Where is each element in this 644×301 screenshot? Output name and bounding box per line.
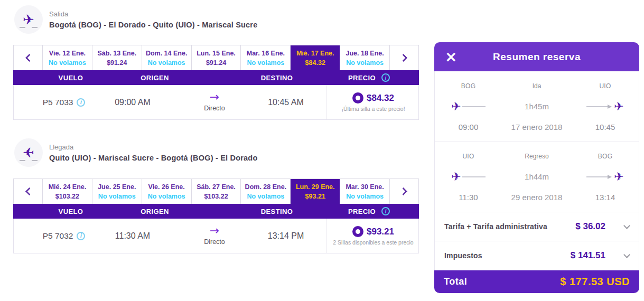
- flight-path: → Directo: [188, 225, 241, 246]
- price-radio-selected[interactable]: [352, 92, 363, 104]
- date-label: Dom. 28 Ene.: [245, 183, 287, 191]
- salida-date-cell-selected[interactable]: Mié. 17 Ene. $84.32: [291, 45, 340, 70]
- llegada-date-cell[interactable]: Mié. 24 Ene. $103.22: [43, 179, 92, 204]
- salida-table-header: VUELO ORIGEN DESTINO PRECIO i: [13, 70, 419, 85]
- departure-time: 11:30 AM: [93, 219, 172, 253]
- date-label: Vie. 26 Ene.: [148, 183, 185, 191]
- precio-info-icon[interactable]: i: [381, 207, 390, 215]
- llegada-date-cell[interactable]: Sáb. 27 Ene. $103.22: [192, 179, 241, 204]
- runway-dashes: [20, 160, 38, 161]
- date-label: Mié. 24 Ene.: [49, 183, 87, 191]
- col-destino: DESTINO: [261, 74, 293, 82]
- dep-time: 11:30: [459, 193, 478, 202]
- chevron-right-icon: [399, 187, 407, 196]
- llegada-section-header: ✈ Llegada Quito (UIO) - Mariscal Sucre -…: [14, 138, 257, 167]
- chevron-down-icon[interactable]: [623, 251, 630, 258]
- date-fare: No volamos: [148, 59, 185, 67]
- llegada-carousel-next-button[interactable]: [389, 179, 418, 204]
- salida-date-cell[interactable]: Sáb. 13 Ene. $91.24: [92, 45, 142, 70]
- plane-landing-icon: ✈: [23, 146, 34, 159]
- flight-info-icon[interactable]: i: [77, 232, 85, 240]
- llegada-label: Llegada: [49, 143, 257, 151]
- summary-title: Resumen reserva: [493, 51, 581, 63]
- total-amount: $ 177.53 USD: [560, 276, 630, 288]
- summary-leg-ida: BOG Ida UIO ✈ 1h45m ✈ 09:00 17 enero 201…: [435, 71, 639, 142]
- price-radio-selected[interactable]: [352, 226, 363, 237]
- flight-info-icon[interactable]: i: [77, 98, 85, 107]
- arrow-right-icon: →: [188, 225, 241, 237]
- llegada-carousel-prev-button[interactable]: [14, 179, 43, 204]
- date-fare: $91.24: [206, 59, 226, 67]
- salida-date-cell[interactable]: Jue. 18 Ene. No volamos: [340, 45, 389, 70]
- fee-row-impuestos[interactable]: Impuestos $ 141.51: [435, 241, 639, 270]
- stops-label: Directo: [188, 238, 241, 246]
- salida-date-cell[interactable]: Vie. 12 Ene. No volamos: [43, 45, 92, 70]
- flight-number-label: P5 7032: [43, 231, 73, 241]
- fee-label: Impuestos: [444, 251, 482, 260]
- flight-path: → Directo: [188, 91, 241, 112]
- total-label: Total: [444, 276, 467, 287]
- col-vuelo: VUELO: [59, 208, 83, 215]
- salida-date-cell[interactable]: Mar. 16 Ene. No volamos: [241, 45, 291, 70]
- route-line: [462, 176, 486, 177]
- llegada-flight-row: P5 7032 i 11:30 AM → Directo 13:14 PM $9…: [13, 219, 419, 253]
- llegada-date-cell[interactable]: Jue. 25 Ene. No volamos: [92, 179, 142, 204]
- runway-dashes: [20, 27, 38, 28]
- date-label: Jue. 25 Ene.: [98, 183, 136, 191]
- flight-duration: 1h45m: [525, 102, 549, 111]
- date-fare: No volamos: [49, 59, 86, 67]
- salida-label: Salida: [49, 10, 257, 18]
- leg-kind-label: Regreso: [525, 153, 548, 160]
- date-fare: No volamos: [247, 59, 284, 67]
- arrival-plane-badge: ✈: [14, 138, 43, 167]
- llegada-date-carousel: Mié. 24 Ene. $103.22 Jue. 25 Ene. No vol…: [13, 178, 419, 204]
- llegada-route: Quito (UIO) - Mariscal Sucre - Bogotá (B…: [49, 154, 257, 162]
- salida-price-option[interactable]: $84.32 ¡Última silla a este precio!: [326, 85, 419, 119]
- precio-info-icon[interactable]: i: [381, 73, 390, 82]
- col-origen: ORIGEN: [141, 208, 169, 215]
- date-fare: $93.21: [305, 193, 325, 200]
- llegada-date-cell[interactable]: Dom. 28 Ene. No volamos: [241, 179, 291, 204]
- plane-icon: ✈: [614, 171, 623, 183]
- plane-icon: ✈: [614, 101, 623, 112]
- llegada-date-cell-selected[interactable]: Lun. 29 Ene. $93.21: [291, 179, 340, 204]
- date-fare: No volamos: [346, 193, 384, 200]
- date-fare: $91.24: [107, 59, 127, 67]
- col-destino: DESTINO: [261, 208, 293, 215]
- leg-kind-label: Ida: [533, 82, 542, 90]
- salida-date-cell[interactable]: Dom. 14 Ene. No volamos: [142, 45, 192, 70]
- dep-time: 09:00: [459, 123, 479, 131]
- date-label: Mié. 17 Ene.: [296, 50, 334, 57]
- price-amount: $93.21: [367, 227, 394, 237]
- close-icon[interactable]: ×: [445, 50, 457, 64]
- col-precio: PRECIO: [348, 74, 376, 82]
- destination-code: UIO: [599, 82, 611, 90]
- llegada-date-cell[interactable]: Mar. 30 Ene. No volamos: [340, 179, 389, 204]
- llegada-date-cell[interactable]: Vie. 26 Ene. No volamos: [142, 179, 192, 204]
- date-fare: $103.22: [204, 193, 228, 200]
- date-fare: $84.32: [305, 59, 325, 67]
- arrow-line-icon: [586, 174, 613, 180]
- date-label: Vie. 12 Ene.: [49, 50, 86, 57]
- salida-carousel-prev-button[interactable]: [14, 45, 43, 70]
- salida-route: Bogotá (BOG) - El Dorado - Quito (UIO) -…: [49, 21, 257, 29]
- fee-row-tarifa[interactable]: Tarifa + Tarifa administrativa $ 36.02: [435, 212, 639, 241]
- arrow-line-icon: [586, 104, 613, 109]
- price-note: 2 Sillas disponibles a este precio: [333, 239, 413, 246]
- date-fare: No volamos: [148, 193, 185, 200]
- salida-carousel-next-button[interactable]: [389, 45, 418, 70]
- salida-date-carousel: Vie. 12 Ene. No volamos Sáb. 13 Ene. $91…: [13, 45, 419, 70]
- date-label: Lun. 15 Ene.: [197, 50, 236, 57]
- leg-date: 17 enero 2018: [511, 123, 563, 131]
- salida-flight-row: P5 7033 i 09:00 AM → Directo 10:45 AM $8…: [13, 85, 419, 120]
- date-fare: No volamos: [98, 193, 136, 200]
- salida-date-cell[interactable]: Lun. 15 Ene. $91.24: [192, 45, 241, 70]
- fee-amount: $ 36.02: [575, 221, 605, 232]
- flight-number: P5 7033 i: [24, 85, 104, 119]
- summary-header: × Resumen reserva: [434, 42, 639, 71]
- date-label: Jue. 18 Ene.: [346, 50, 384, 57]
- col-origen: ORIGEN: [141, 74, 169, 82]
- chevron-down-icon[interactable]: [623, 222, 630, 229]
- booking-summary-panel: × Resumen reserva BOG Ida UIO ✈ 1h45m: [434, 42, 639, 293]
- llegada-price-option[interactable]: $93.21 2 Sillas disponibles a este preci…: [326, 219, 419, 253]
